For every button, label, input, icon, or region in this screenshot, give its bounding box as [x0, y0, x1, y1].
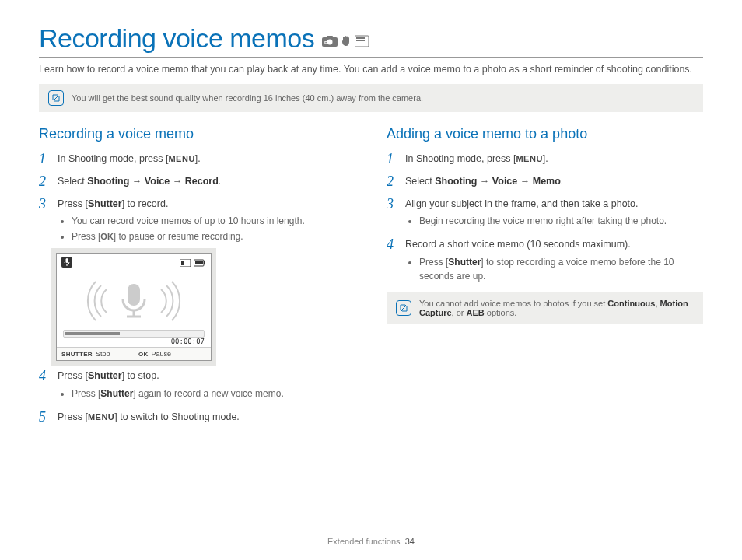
svg-point-1 [327, 40, 333, 45]
scene-mode-icon [355, 35, 369, 47]
note-icon [48, 90, 64, 106]
left-step-3-sub1: You can record voice memos of up to 10 h… [72, 214, 355, 228]
svg-rect-9 [359, 40, 362, 41]
footer-page-number: 34 [405, 537, 415, 546]
left-column: Recording a voice memo 1 In Shooting mod… [39, 126, 355, 432]
page-title-text: Recording voice memos [39, 23, 314, 54]
left-step-3-sub2: Press [OK] to pause or resume recording. [72, 229, 355, 243]
camera-mode-icon: P [322, 35, 338, 47]
right-step-4: 4 Record a short voice memo (10 seconds … [387, 237, 703, 285]
svg-rect-6 [359, 37, 362, 39]
right-column: Adding a voice memo to a photo 1 In Shoo… [387, 126, 703, 432]
right-step-1: 1 In Shooting mode, press [MENU]. [387, 152, 703, 166]
svg-rect-18 [195, 261, 198, 264]
menu-label: MENU [168, 154, 194, 163]
battery-icon [194, 259, 206, 267]
intro-text: Learn how to record a voice memo that yo… [39, 62, 703, 76]
svg-rect-17 [204, 261, 205, 264]
svg-rect-19 [198, 261, 201, 264]
right-heading: Adding a voice memo to a photo [387, 126, 703, 142]
elapsed-time: 00:00:07 [57, 338, 211, 347]
mode-icons: P [322, 35, 369, 47]
left-step-4: 4 Press [Shutter] to stop. Press [Shutte… [39, 369, 355, 402]
left-step-5: 5 Press [MENU] to switch to Shooting mod… [39, 410, 355, 425]
hand-mode-icon [341, 35, 352, 47]
rec-mic-indicator-icon [61, 257, 72, 269]
page-footer: Extended functions 34 [0, 537, 742, 546]
svg-rect-12 [66, 258, 68, 263]
memory-icon [180, 259, 191, 267]
right-note-text: You cannot add voice memos to photos if … [419, 299, 694, 317]
svg-rect-7 [362, 37, 365, 39]
lcd-pause-hint: OKPause [134, 348, 211, 360]
recorder-screenshot: 00:00:07 SHUTTERStop OKPause [56, 253, 212, 361]
svg-rect-15 [181, 261, 184, 265]
right-note: You cannot add voice memos to photos if … [387, 292, 703, 324]
lcd-stop-hint: SHUTTERStop [57, 348, 134, 360]
svg-rect-20 [201, 261, 203, 264]
left-step-3: 3 Press [Shutter] to record. You can rec… [39, 197, 355, 246]
svg-rect-21 [128, 284, 140, 306]
mic-graphic [57, 272, 211, 330]
right-step-3-sub1: Begin recording the voice memo right aft… [419, 214, 703, 228]
page-title: Recording voice memos P [39, 23, 703, 54]
top-note-text: You will get the best sound quality when… [72, 93, 423, 103]
right-step-2: 2 Select Shooting → Voice → Memo. [387, 174, 703, 189]
svg-rect-8 [356, 40, 359, 41]
svg-rect-10 [362, 40, 365, 41]
title-rule [39, 57, 703, 58]
svg-text:P: P [324, 40, 327, 45]
svg-rect-5 [356, 37, 359, 39]
progress-bar [63, 330, 205, 338]
left-step-1: 1 In Shooting mode, press [MENU]. [39, 152, 355, 166]
left-step-2: 2 Select Shooting → Voice → Record. [39, 174, 355, 189]
battery-memory-icons [180, 259, 206, 267]
footer-section: Extended functions [327, 537, 401, 546]
top-note: You will get the best sound quality when… [39, 84, 703, 112]
right-step-4-sub1: Press [Shutter] to stop recording a voic… [419, 255, 703, 283]
left-heading: Recording a voice memo [39, 126, 355, 142]
note-icon [396, 300, 411, 316]
left-step-4-sub1: Press [Shutter] again to record a new vo… [72, 387, 355, 401]
right-step-3: 3 Align your subject in the frame, and t… [387, 197, 703, 230]
svg-rect-2 [327, 36, 333, 38]
